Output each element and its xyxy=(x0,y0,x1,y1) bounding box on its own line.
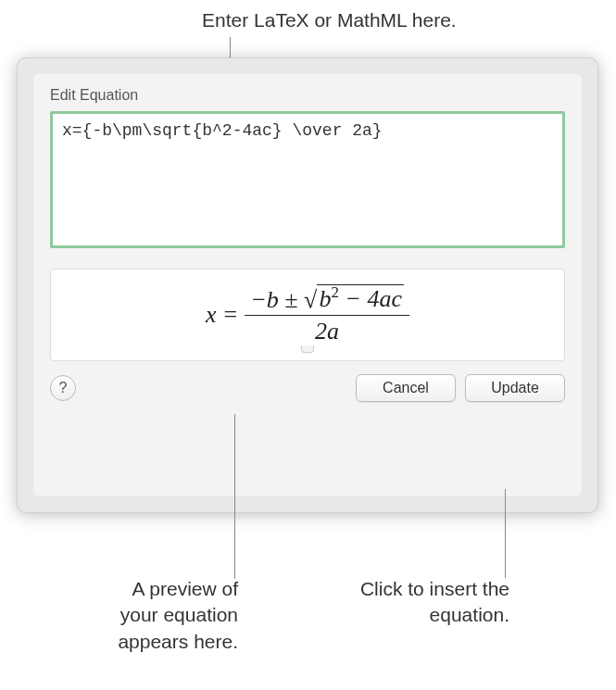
equation-input[interactable] xyxy=(50,111,565,248)
button-row: ? Cancel Update xyxy=(50,374,565,402)
radicand-exponent: 2 xyxy=(331,284,338,302)
update-button[interactable]: Update xyxy=(465,374,565,402)
callout-line-update xyxy=(505,489,506,578)
callout-update: Click to insert the equation. xyxy=(347,576,509,629)
cancel-button[interactable]: Cancel xyxy=(356,374,456,402)
equation-dialog: Edit Equation x = −b ± √b2 − 4ac 2a ? Ca… xyxy=(17,57,598,513)
preview-lhs: x xyxy=(206,301,217,329)
sqrt-symbol: √ xyxy=(304,285,317,312)
radicand-base: b xyxy=(319,285,331,312)
help-button[interactable]: ? xyxy=(50,375,76,401)
callout-line-preview xyxy=(234,414,235,579)
preview-equals: = xyxy=(224,301,238,329)
numerator-prefix: −b ± xyxy=(250,285,297,312)
dialog-inner: Edit Equation x = −b ± √b2 − 4ac 2a ? Ca… xyxy=(33,74,582,496)
callout-input: Enter LaTeX or MathML here. xyxy=(202,9,457,31)
preview-numerator: −b ± √b2 − 4ac xyxy=(245,284,409,317)
rendered-equation: x = −b ± √b2 − 4ac 2a xyxy=(206,284,409,346)
callout-preview: A preview of your equation appears here. xyxy=(94,576,238,655)
radicand: b2 − 4ac xyxy=(317,284,404,312)
preview-denominator: 2a xyxy=(315,316,339,345)
preview-fraction: −b ± √b2 − 4ac 2a xyxy=(245,284,409,346)
input-pointer-nub xyxy=(301,345,314,353)
radicand-suffix: − 4ac xyxy=(339,285,402,312)
dialog-title: Edit Equation xyxy=(50,87,565,104)
